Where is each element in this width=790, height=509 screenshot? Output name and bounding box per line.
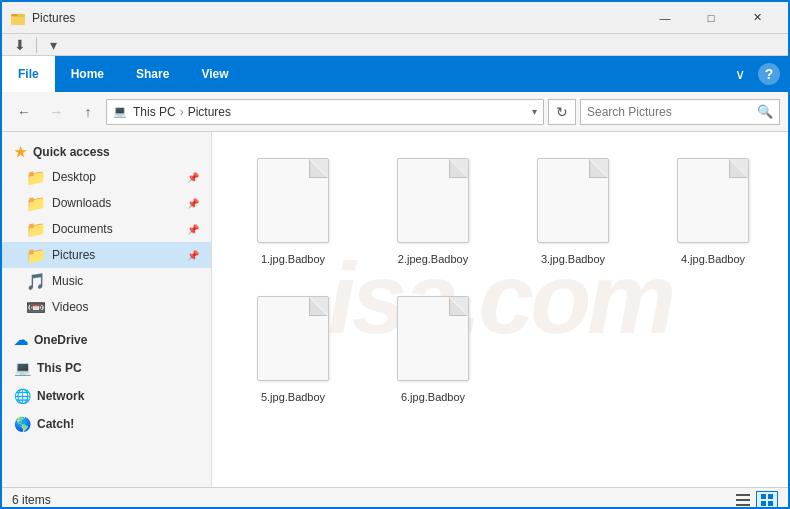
list-item[interactable]: 4.jpg.Badboy [648,148,778,276]
svg-rect-3 [736,499,750,501]
list-item[interactable]: 6.jpg.Badboy [368,286,498,414]
ribbon: File Home Share View ∨ ? [2,56,788,92]
address-bar: ← → ↑ 💻 This PC › Pictures ▾ ↻ 🔍 [2,92,788,132]
file-icon-wrapper [673,158,753,248]
main-layout: ★ Quick access 📁 Desktop 📌 📁 Downloads 📌… [2,132,788,487]
folder-icon: 📁 [26,220,46,239]
ribbon-right: ∨ ? [726,56,788,92]
file-page-icon [537,158,609,243]
file-name: 5.jpg.Badboy [261,390,325,404]
search-icon: 🔍 [757,104,773,119]
svg-rect-6 [768,494,773,499]
onedrive-label: OneDrive [34,333,87,347]
folder-icon: 🎵 [26,272,46,291]
folder-icon: 📼 [26,298,46,317]
file-name: 2.jpeg.Badboy [398,252,468,266]
network-icon: 🌐 [14,388,31,404]
file-name: 3.jpg.Badboy [541,252,605,266]
pin-icon: 📌 [187,250,199,261]
thispc-header[interactable]: 💻 This PC [2,352,211,380]
pin-icon: 📌 [187,198,199,209]
up-button[interactable]: ↑ [74,98,102,126]
minimize-button[interactable]: — [642,2,688,34]
file-name: 1.jpg.Badboy [261,252,325,266]
view-toggle-buttons [732,491,778,509]
title-bar: Pictures — □ ✕ [2,2,788,34]
file-page-icon [397,158,469,243]
search-box[interactable]: 🔍 [580,99,780,125]
status-bar: 6 items [2,487,788,509]
sidebar-label-videos: Videos [52,300,88,314]
tab-view[interactable]: View [185,56,244,92]
back-button[interactable]: ← [10,98,38,126]
list-item[interactable]: 3.jpg.Badboy [508,148,638,276]
ribbon-collapse-button[interactable]: ∨ [726,60,754,88]
file-page-icon [257,158,329,243]
star-icon: ★ [14,144,27,160]
folder-icon: 📁 [26,168,46,187]
path-thispc[interactable]: This PC [131,105,178,119]
properties-qat-button[interactable]: ⬇ [10,35,30,55]
svg-rect-8 [768,501,773,506]
file-name: 6.jpg.Badboy [401,390,465,404]
sidebar-item-downloads[interactable]: 📁 Downloads 📌 [2,190,211,216]
catch-icon: 🌎 [14,416,31,432]
list-item[interactable]: 2.jpeg.Badboy [368,148,498,276]
sidebar-item-desktop[interactable]: 📁 Desktop 📌 [2,164,211,190]
qat-separator [36,37,37,53]
pin-icon: 📌 [187,224,199,235]
svg-rect-2 [736,494,750,496]
tab-home[interactable]: Home [55,56,120,92]
path-dropdown-arrow[interactable]: ▾ [532,106,537,117]
file-name: 4.jpg.Badboy [681,252,745,266]
sidebar-item-videos[interactable]: 📼 Videos [2,294,211,320]
file-icon-wrapper [393,158,473,248]
onedrive-icon: ☁ [14,332,28,348]
window-controls: — □ ✕ [642,2,780,34]
content-area: isa.com 1.jpg.Badboy 2.jpeg.Badboy 3.jpg… [212,132,788,487]
grid-view-button[interactable] [756,491,778,509]
sidebar-item-music[interactable]: 🎵 Music [2,268,211,294]
sidebar-label-pictures: Pictures [52,248,95,262]
onedrive-header[interactable]: ☁ OneDrive [2,324,211,352]
sidebar-item-documents[interactable]: 📁 Documents 📌 [2,216,211,242]
list-item[interactable]: 1.jpg.Badboy [228,148,358,276]
list-view-button[interactable] [732,491,754,509]
svg-rect-7 [761,501,766,506]
list-item[interactable]: 5.jpg.Badboy [228,286,358,414]
tab-share[interactable]: Share [120,56,185,92]
sidebar: ★ Quick access 📁 Desktop 📌 📁 Downloads 📌… [2,132,212,487]
close-button[interactable]: ✕ [734,2,780,34]
sidebar-label-music: Music [52,274,83,288]
file-icon-wrapper [253,296,333,386]
quick-access-toolbar: ⬇ ▾ [2,34,788,56]
quick-access-header[interactable]: ★ Quick access [2,136,211,164]
forward-button[interactable]: → [42,98,70,126]
status-count: 6 items [12,493,732,507]
ribbon-help-button[interactable]: ? [758,63,780,85]
sidebar-label-desktop: Desktop [52,170,96,184]
qat-dropdown-button[interactable]: ▾ [43,35,63,55]
catch-label: Catch! [37,417,74,431]
quick-access-label: Quick access [33,145,110,159]
file-page-icon [677,158,749,243]
pin-icon: 📌 [187,172,199,183]
thispc-icon: 💻 [14,360,31,376]
maximize-button[interactable]: □ [688,2,734,34]
tab-file[interactable]: File [2,56,55,92]
sidebar-label-downloads: Downloads [52,196,111,210]
file-page-icon [397,296,469,381]
svg-rect-4 [736,504,750,506]
path-pictures[interactable]: Pictures [186,105,233,119]
path-separator: › [180,105,184,119]
address-path[interactable]: 💻 This PC › Pictures ▾ [106,99,544,125]
sidebar-item-pictures[interactable]: 📁 Pictures 📌 [2,242,211,268]
network-header[interactable]: 🌐 Network [2,380,211,408]
files-grid: 1.jpg.Badboy 2.jpeg.Badboy 3.jpg.Badboy … [228,148,772,415]
svg-rect-5 [761,494,766,499]
refresh-button[interactable]: ↻ [548,99,576,125]
file-icon-wrapper [253,158,333,248]
search-input[interactable] [587,105,753,119]
folder-icon: 📁 [26,246,46,265]
catch-header[interactable]: 🌎 Catch! [2,408,211,436]
